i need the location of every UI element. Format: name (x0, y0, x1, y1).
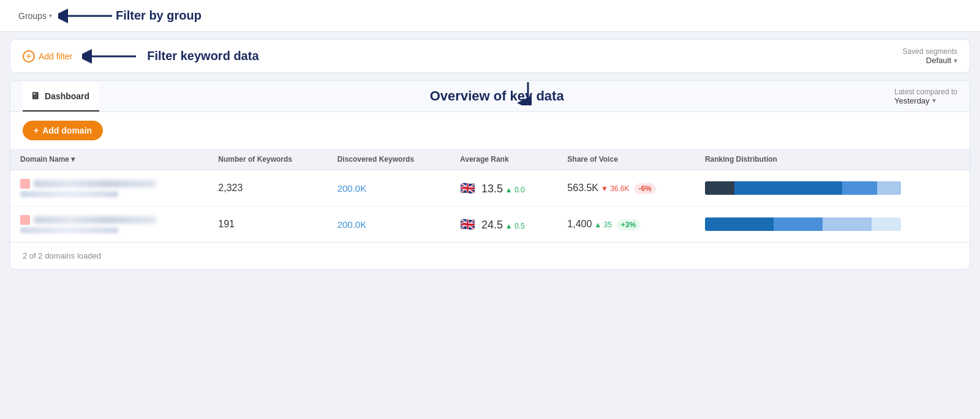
add-domain-label: Add domain (42, 126, 92, 135)
table-row: 191200.0K 🇬🇧 24.5 ▲ 0.5 1,400 ▲ 35 +3% (10, 206, 970, 243)
top-bar: Groups ▾ Filter by group (0, 0, 980, 32)
domains-loaded-text: 2 of 2 domains loaded (23, 251, 101, 260)
down-arrow-icon (513, 81, 543, 105)
add-domain-button[interactable]: + Add domain (23, 121, 103, 140)
latest-compared-label: Latest compared to (894, 88, 957, 96)
discovered-cell[interactable]: 200.0K (328, 170, 450, 206)
chevron-down-icon: ▾ (49, 12, 52, 19)
dashboard-section: 🖥 Dashboard Overview of key data Latest … (10, 80, 970, 270)
dashboard-tab-bar: 🖥 Dashboard Overview of key data Latest … (10, 81, 970, 112)
saved-segments-dropdown[interactable]: Saved segments Default ▾ (903, 47, 957, 65)
dashboard-tab[interactable]: 🖥 Dashboard (23, 82, 99, 111)
filter-by-group-text: Filter by group (116, 9, 202, 23)
ranking-dist-cell (695, 170, 970, 206)
dashboard-tab-label: Dashboard (45, 91, 89, 101)
filter-bar: + Add filter Filter keyword data Saved s… (10, 39, 970, 73)
saved-segments-label: Saved segments (903, 47, 957, 56)
filter-bar-left: + Add filter Filter keyword data (23, 48, 259, 65)
keywords-cell: 2,323 (208, 170, 327, 206)
latest-compared-dropdown[interactable]: Latest compared to Yesterday ▾ (894, 88, 957, 105)
add-domain-plus-icon: + (34, 126, 39, 135)
monitor-icon: 🖥 (30, 91, 40, 102)
col-share-voice: Share of Voice (557, 149, 695, 170)
table-area: + Add domain Domain Name ▾ Number of Key… (10, 112, 970, 269)
groups-label: Groups (18, 11, 47, 21)
arrow-left-icon (58, 7, 113, 25)
latest-compared-chevron-icon: ▾ (932, 96, 936, 105)
saved-segments-chevron-icon: ▾ (954, 56, 957, 65)
share-voice-cell: 563.5K ▼ 36.6K -6% (557, 170, 695, 206)
table-footer: 2 of 2 domains loaded (10, 242, 970, 269)
avg-rank-cell: 🇬🇧 13.5 ▲ 0.0 (450, 170, 557, 206)
col-ranking-dist: Ranking Distribution (695, 149, 970, 170)
avg-rank-cell: 🇬🇧 24.5 ▲ 0.5 (450, 206, 557, 243)
keywords-cell: 191 (208, 206, 327, 243)
saved-segments-value: Default (926, 56, 951, 65)
add-domain-row: + Add domain (10, 112, 970, 149)
domain-cell[interactable] (10, 170, 208, 206)
col-keywords: Number of Keywords (208, 149, 327, 170)
saved-segments-row: Default ▾ (926, 56, 957, 65)
overview-title: Overview of key data (99, 81, 894, 111)
latest-compared-row: Yesterday ▾ (894, 96, 957, 105)
discovered-cell[interactable]: 200.0K (328, 206, 450, 243)
share-voice-cell: 1,400 ▲ 35 +3% (557, 206, 695, 243)
filter-by-group-annotation: Filter by group (58, 7, 202, 25)
col-avg-rank: Average Rank (450, 149, 557, 170)
filter-keyword-label: Filter keyword data (147, 49, 258, 63)
table-row: 2,323200.0K 🇬🇧 13.5 ▲ 0.0 563.5K ▼ 36.6K… (10, 170, 970, 206)
col-domain-name[interactable]: Domain Name ▾ (10, 149, 208, 170)
add-filter-label: Add filter (39, 51, 72, 61)
add-filter-circle-icon: + (23, 50, 35, 62)
filter-arrow-left-icon (82, 48, 137, 65)
col-discovered: Discovered Keywords (328, 149, 450, 170)
domain-cell[interactable] (10, 206, 208, 243)
groups-dropdown[interactable]: Groups ▾ (12, 7, 58, 25)
table-header-row: Domain Name ▾ Number of Keywords Discove… (10, 149, 970, 170)
domains-table: Domain Name ▾ Number of Keywords Discove… (10, 149, 970, 242)
sort-icon: ▾ (71, 155, 75, 164)
ranking-dist-cell (695, 206, 970, 243)
avg-rank-arrow (513, 81, 543, 105)
latest-compared-value: Yesterday (894, 96, 929, 105)
add-filter-button[interactable]: + Add filter (23, 50, 72, 62)
